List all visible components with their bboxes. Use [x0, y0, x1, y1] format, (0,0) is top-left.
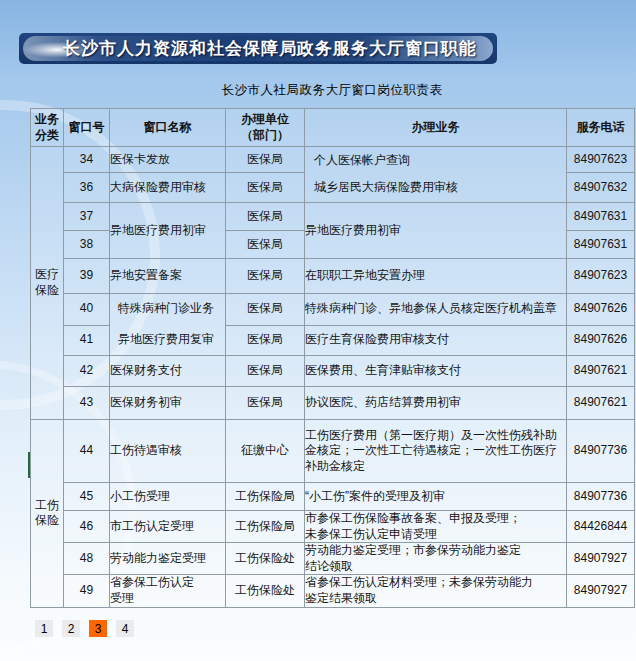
cell-line: 个人医保帐户查询	[305, 147, 566, 175]
cell-biz: 市参保工伤保险事故备案、申报及受理； 未参保工伤认定申请受理	[305, 511, 567, 543]
cell-win: 41	[64, 325, 110, 356]
cell-tel: 84907631	[567, 231, 635, 259]
cell-name: 市工伤认定受理	[110, 511, 226, 543]
cell-biz: “小工伤”案件的受理及初审	[305, 483, 567, 511]
cell-biz: 工伤医疗费用（第一医疗期）及一次性伤残补助金核定；一次性工亡待遇核定；一次性工伤…	[305, 420, 567, 483]
cell-tel: 84907626	[567, 325, 635, 356]
table-row: 45小工伤受理工伤保险局“小工伤”案件的受理及初审84907736	[31, 483, 635, 511]
cell-cat: 医疗 保险	[31, 147, 64, 420]
cell-name: 大病保险费用审核	[110, 173, 226, 203]
cell-dept: 工伤保险局	[226, 511, 305, 543]
cell-name: 劳动能力鉴定受理	[110, 543, 226, 575]
cell-dept: 医保局	[226, 387, 305, 420]
cell-tel: 84907621	[567, 356, 635, 387]
roster-table: 业务 分类窗口号窗口名称办理单位 （部门）办理业务服务电话 医疗 保险34医保卡…	[30, 108, 635, 608]
cell-win: 40	[64, 294, 110, 326]
cell-biz: 异地医疗费用初审	[305, 203, 567, 259]
cell-tel: 84907927	[567, 575, 635, 607]
cell-biz: 医保费用、生育津贴审核支付	[305, 356, 567, 387]
cell-tel: 84426844	[567, 511, 635, 543]
cell-dept: 工伤保险局	[226, 483, 305, 511]
cell-win: 43	[64, 387, 110, 420]
cell-dept: 医保局	[226, 325, 305, 356]
cell-win: 46	[64, 511, 110, 543]
cell-tel: 84907623	[567, 259, 635, 294]
cell-biz: 医疗生育保险费用审核支付	[305, 325, 567, 356]
cell-win: 37	[64, 203, 110, 231]
cell-dept: 医保局	[226, 147, 305, 173]
table-row: 42医保财务支付医保局医保费用、生育津贴审核支付84907621	[31, 356, 635, 387]
table-row: 39异地安置备案医保局在职职工异地安置办理84907623	[31, 259, 635, 294]
cell-dept: 医保局	[226, 203, 305, 231]
banner-pill: 长沙市人力资源和社会保障局政务服务大厅窗口职能	[23, 36, 493, 61]
cell-line: 特殊病种门诊业务	[110, 294, 225, 325]
cell-name: 医保财务支付	[110, 356, 226, 387]
table-row: 43医保财务初审医保局协议医院、药店结算费用初审84907621	[31, 387, 635, 420]
roster-table-head: 业务 分类窗口号窗口名称办理单位 （部门）办理业务服务电话	[31, 109, 635, 147]
cell-biz: 劳动能力鉴定受理；市参保劳动能力鉴定 结论领取	[305, 543, 567, 575]
column-header-biz: 办理业务	[305, 109, 567, 147]
cell-dept: 征缴中心	[226, 420, 305, 483]
page-button-current[interactable]: 3	[89, 620, 107, 637]
cell-line: 城乡居民大病保险费用审核	[305, 175, 566, 203]
column-header-cat: 业务 分类	[31, 109, 64, 147]
cell-biz: 特殊病种门诊、异地参保人员核定医疗机构盖章	[305, 294, 567, 326]
table-row: 工伤 保险44工伤待遇审核征缴中心工伤医疗费用（第一医疗期）及一次性伤残补助金核…	[31, 420, 635, 483]
cell-win: 39	[64, 259, 110, 294]
cell-win: 34	[64, 147, 110, 173]
cell-name: 省参保工伤认定 受理	[110, 575, 226, 607]
cell-biz: 个人医保帐户查询城乡居民大病保险费用审核	[305, 147, 567, 203]
table-row: 46市工伤认定受理工伤保险局市参保工伤保险事故备案、申报及受理； 未参保工伤认定…	[31, 511, 635, 543]
cell-dept: 医保局	[226, 294, 305, 326]
cell-dept: 工伤保险处	[226, 543, 305, 575]
cell-dept: 医保局	[226, 173, 305, 203]
column-header-win: 窗口号	[64, 109, 110, 147]
cell-tel: 84907927	[567, 543, 635, 575]
cell-name: 医保财务初审	[110, 387, 226, 420]
cell-tel: 84907632	[567, 173, 635, 203]
column-header-dept: 办理单位 （部门）	[226, 109, 305, 147]
page-button[interactable]: 4	[116, 620, 134, 637]
cell-win: 44	[64, 420, 110, 483]
table-row: 48劳动能力鉴定受理工伤保险处劳动能力鉴定受理；市参保劳动能力鉴定 结论领取84…	[31, 543, 635, 575]
cell-win: 48	[64, 543, 110, 575]
page-banner: 长沙市人力资源和社会保障局政务服务大厅窗口职能	[19, 33, 497, 64]
cell-dept: 医保局	[226, 356, 305, 387]
cell-cat: 工伤 保险	[31, 420, 64, 608]
cell-win: 49	[64, 575, 110, 607]
pagination: 1234	[35, 620, 143, 637]
cell-line: 异地医疗费用复审	[110, 325, 225, 356]
cell-name: 异地安置备案	[110, 259, 226, 294]
header-row: 业务 分类窗口号窗口名称办理单位 （部门）办理业务服务电话	[31, 109, 635, 147]
banner-title: 长沙市人力资源和社会保障局政务服务大厅窗口职能	[23, 37, 477, 60]
cell-name: 医保卡发放	[110, 147, 226, 173]
cell-tel: 84907631	[567, 203, 635, 231]
cell-tel: 84907621	[567, 387, 635, 420]
cell-biz: 在职职工异地安置办理	[305, 259, 567, 294]
cell-win: 38	[64, 231, 110, 259]
cell-tel: 84907736	[567, 420, 635, 483]
page-button[interactable]: 1	[35, 620, 53, 637]
cell-win: 36	[64, 173, 110, 203]
cell-win: 42	[64, 356, 110, 387]
cell-win: 45	[64, 483, 110, 511]
cell-name: 异地医疗费用初审	[110, 203, 226, 259]
table-row: 37异地医疗费用初审医保局异地医疗费用初审84907631	[31, 203, 635, 231]
table-row: 医疗 保险34医保卡发放医保局个人医保帐户查询城乡居民大病保险费用审核84907…	[31, 147, 635, 173]
cell-dept: 工伤保险处	[226, 575, 305, 607]
cell-tel: 84907736	[567, 483, 635, 511]
cell-tel: 84907626	[567, 294, 635, 326]
column-header-tel: 服务电话	[567, 109, 635, 147]
table-row: 49省参保工伤认定 受理工伤保险处省参保工伤认定材料受理；未参保劳动能力 鉴定结…	[31, 575, 635, 607]
page-button[interactable]: 2	[62, 620, 80, 637]
cell-tel: 84907623	[567, 147, 635, 173]
cell-biz: 协议医院、药店结算费用初审	[305, 387, 567, 420]
cell-dept: 医保局	[226, 259, 305, 294]
cell-dept: 医保局	[226, 231, 305, 259]
cell-name: 小工伤受理	[110, 483, 226, 511]
cell-biz: 省参保工伤认定材料受理；未参保劳动能力 鉴定结果领取	[305, 575, 567, 607]
roster-table-body: 医疗 保险34医保卡发放医保局个人医保帐户查询城乡居民大病保险费用审核84907…	[31, 147, 635, 608]
table-title: 长沙市人社局政务大厅窗口岗位职责表	[30, 82, 634, 99]
cell-name: 工伤待遇审核	[110, 420, 226, 483]
column-header-name: 窗口名称	[110, 109, 226, 147]
